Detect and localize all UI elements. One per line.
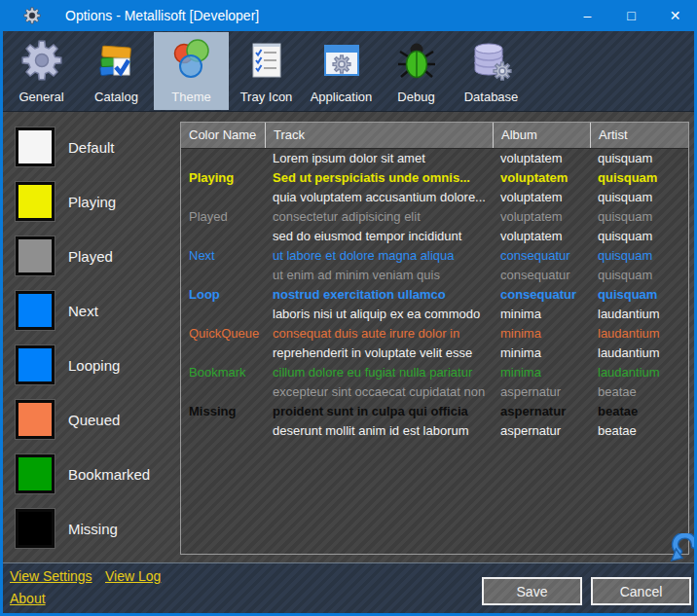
color-swatch[interactable] <box>16 400 55 439</box>
color-swatch[interactable] <box>16 291 55 330</box>
cell-artist: beatae <box>590 402 688 421</box>
swatch-label: Queued <box>68 412 120 428</box>
toolbar-button-general[interactable]: General <box>4 32 79 110</box>
table-row[interactable]: QuickQueueconsequat duis aute irure dolo… <box>181 324 688 344</box>
gear-icon <box>18 37 65 84</box>
cell-artist: beatae <box>590 421 688 441</box>
table-row[interactable]: Bookmarkcillum dolore eu fugiat nulla pa… <box>181 363 688 382</box>
cell-name <box>181 382 265 402</box>
about-link[interactable]: About <box>10 591 46 606</box>
table-row[interactable]: reprehenderit in voluptate velit essemin… <box>181 344 688 363</box>
swatch-item-looping: Looping <box>16 343 180 387</box>
cell-track: Sed ut perspiciatis unde omnis... <box>265 168 493 188</box>
cell-album: minima <box>493 363 590 382</box>
toolbar-label: Debug <box>397 90 434 104</box>
cell-album: voluptatem <box>493 227 590 246</box>
cell-artist: laudantium <box>590 344 688 363</box>
options-toolbar: General Catalog Theme Tray Icon Applicat… <box>3 31 694 112</box>
table-row[interactable]: Lorem ipsum dolor sit ametvoluptatemquis… <box>181 149 688 168</box>
cell-album: consequatur <box>493 246 590 266</box>
cancel-button[interactable]: Cancel <box>591 577 691 605</box>
cell-artist: quisquam <box>590 246 688 266</box>
cell-artist: laudantium <box>590 324 688 344</box>
cell-name: QuickQueue <box>181 324 265 344</box>
table-row[interactable]: deserunt mollit anim id est laborumasper… <box>181 421 688 441</box>
cell-track: cillum dolore eu fugiat nulla pariatur <box>265 363 493 382</box>
cell-name <box>181 266 265 285</box>
cell-album: voluptatem <box>493 188 590 207</box>
cell-artist: quisquam <box>590 149 688 168</box>
table-row[interactable]: PlayingSed ut perspiciatis unde omnis...… <box>181 168 688 188</box>
color-swatch[interactable] <box>16 127 55 166</box>
cell-track: ut enim ad minim veniam quis <box>265 266 493 285</box>
swatch-label: Looping <box>68 357 120 374</box>
swatch-item-default: Default <box>16 125 180 169</box>
swatch-item-playing: Playing <box>16 179 180 224</box>
table-row[interactable]: Loopnostrud exercitation ullamcoconsequa… <box>181 285 688 305</box>
color-swatch[interactable] <box>16 345 55 384</box>
column-header-artist[interactable]: Artist <box>590 123 688 148</box>
cell-name <box>181 227 265 246</box>
view-settings-link[interactable]: View Settings <box>10 568 92 584</box>
toolbar-button-theme[interactable]: Theme <box>154 32 229 110</box>
table-row[interactable]: Nextut labore et dolore magna aliquacons… <box>181 246 688 266</box>
database-icon <box>468 37 515 84</box>
save-button[interactable]: Save <box>482 577 582 605</box>
cell-track: deserunt mollit anim id est laborum <box>265 421 493 441</box>
cell-artist: quisquam <box>590 168 688 188</box>
cell-album: voluptatem <box>493 168 590 188</box>
column-header-track[interactable]: Track <box>265 123 493 148</box>
toolbar-button-database[interactable]: Database <box>454 32 529 110</box>
window-title: Options - Metallisoft [Developer] <box>65 8 259 23</box>
cell-artist: quisquam <box>590 207 688 227</box>
cell-name: Playing <box>181 168 265 188</box>
swatch-item-next: Next <box>16 288 180 333</box>
column-header-color-name[interactable]: Color Name <box>181 123 265 148</box>
color-swatch[interactable] <box>16 509 55 548</box>
title-bar: Options - Metallisoft [Developer] – □ ✕ <box>0 0 697 31</box>
color-swatch[interactable] <box>16 454 55 493</box>
cell-name: Played <box>181 207 265 227</box>
books-icon <box>93 37 140 84</box>
cell-album: minima <box>493 324 590 344</box>
cell-name <box>181 344 265 363</box>
cell-album: aspernatur <box>493 382 590 402</box>
maximize-button[interactable]: □ <box>609 0 653 31</box>
swatch-label: Bookmarked <box>68 466 150 483</box>
swatch-label: Default <box>68 139 115 156</box>
swatch-item-missing: Missing <box>16 506 180 551</box>
cell-album: voluptatem <box>493 207 590 227</box>
toolbar-button-application[interactable]: Application <box>304 32 379 110</box>
cell-album: consequatur <box>493 285 590 305</box>
table-row[interactable]: excepteur sint occaecat cupidatat nonasp… <box>181 382 688 402</box>
cell-track: consectetur adipisicing elit <box>265 207 493 227</box>
cell-name <box>181 149 265 168</box>
column-header-album[interactable]: Album <box>493 123 590 148</box>
close-button[interactable]: ✕ <box>653 0 697 31</box>
toolbar-button-debug[interactable]: Debug <box>379 32 454 110</box>
view-log-link[interactable]: View Log <box>105 568 161 584</box>
toolbar-label: Tray Icon <box>240 90 293 104</box>
window-gear-icon <box>318 37 365 84</box>
footer-bar: View Settings View Log About Save Cancel <box>3 562 694 613</box>
table-row[interactable]: Playedconsectetur adipisicing elitvolupt… <box>181 207 688 227</box>
cell-track: nostrud exercitation ullamco <box>265 285 493 305</box>
bug-icon <box>393 37 440 84</box>
table-row[interactable]: Missingproident sunt in culpa qui offici… <box>181 402 688 421</box>
table-row[interactable]: sed do eiusmod tempor incididuntvoluptat… <box>181 227 688 246</box>
cell-album: minima <box>493 344 590 363</box>
color-swatch[interactable] <box>16 182 55 221</box>
table-row[interactable]: laboris nisi ut aliquip ex ea commodomin… <box>181 305 688 324</box>
color-swatch-panel: DefaultPlayingPlayedNextLoopingQueuedBoo… <box>3 125 180 561</box>
theme-panel: DefaultPlayingPlayedNextLoopingQueuedBoo… <box>3 112 694 562</box>
color-swatch[interactable] <box>16 236 55 275</box>
undo-arrow-icon[interactable] <box>669 533 697 564</box>
cell-name: Next <box>181 246 265 266</box>
app-gear-icon <box>22 6 42 25</box>
toolbar-button-catalog[interactable]: Catalog <box>79 32 154 110</box>
table-row[interactable]: quia voluptatem accusantium dolore...vol… <box>181 188 688 207</box>
cell-artist: quisquam <box>590 285 688 305</box>
minimize-button[interactable]: – <box>566 0 609 31</box>
table-row[interactable]: ut enim ad minim veniam quisconsequaturq… <box>181 266 688 285</box>
toolbar-button-tray-icon[interactable]: Tray Icon <box>229 32 304 110</box>
